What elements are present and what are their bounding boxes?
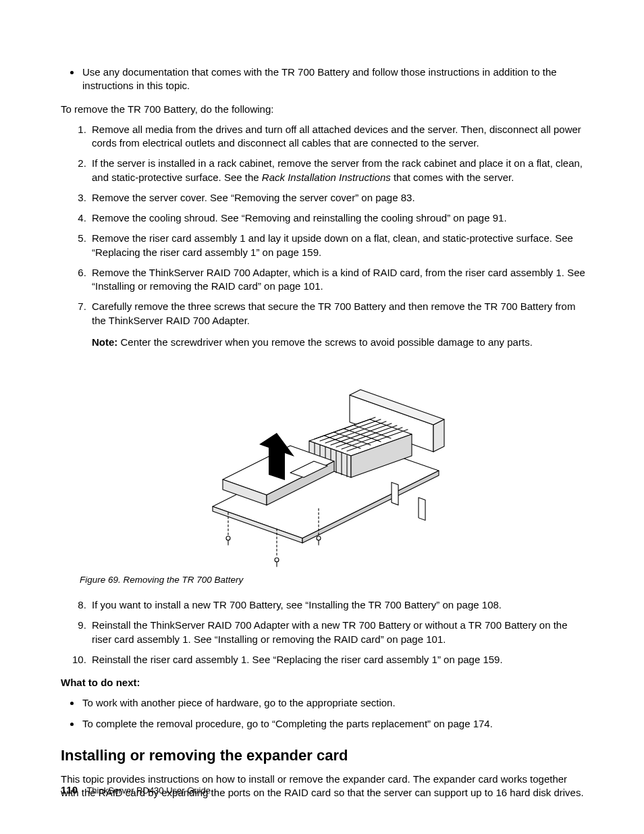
- step-item: Remove the cooling shroud. See “Removing…: [89, 211, 587, 225]
- step-item: Remove the riser card assembly 1 and lay…: [89, 232, 587, 259]
- svg-point-25: [275, 558, 279, 562]
- step-text: Carefully remove the three screws that s…: [92, 301, 575, 325]
- steps-list-b: If you want to install a new TR 700 Batt…: [61, 598, 587, 667]
- page-footer: 110 ThinkServer RD430 User Guide: [61, 783, 211, 797]
- step-item: Carefully remove the three screws that s…: [89, 300, 587, 349]
- svg-point-23: [226, 536, 230, 540]
- step-item: Remove the ThinkServer RAID 700 Adapter,…: [89, 266, 587, 294]
- step-item: Reinstall the ThinkServer RAID 700 Adapt…: [89, 619, 587, 646]
- steps-list-a: Remove all media from the drives and tur…: [61, 123, 587, 349]
- figure-container: [145, 361, 503, 567]
- footer-title: ThinkServer RD430 User Guide: [86, 785, 211, 796]
- what-next-list: To work with another piece of hardware, …: [61, 696, 587, 731]
- svg-point-27: [317, 536, 321, 540]
- step-text-post: that comes with the server.: [391, 172, 514, 183]
- step-item: Reinstall the riser card assembly 1. See…: [89, 653, 587, 667]
- section-heading: Installing or removing the expander card: [61, 746, 587, 766]
- svg-rect-1: [419, 498, 425, 521]
- what-next-heading: What to do next:: [61, 676, 587, 689]
- lead-paragraph: To remove the TR 700 Battery, do the fol…: [61, 103, 587, 116]
- what-next-item: To work with another piece of hardware, …: [81, 696, 587, 710]
- step-text-italic: Rack Installation Instructions: [262, 172, 391, 183]
- diagram-illustration: [189, 361, 459, 567]
- step-item: Remove the server cover. See “Removing t…: [89, 191, 587, 205]
- intro-bullet: Use any documentation that comes with th…: [81, 66, 587, 93]
- page-number: 110: [61, 784, 78, 796]
- note-text: Center the screwdriver when you remove t…: [117, 336, 532, 348]
- svg-rect-0: [392, 482, 398, 505]
- note-label: Note:: [92, 336, 117, 348]
- intro-bullet-list: Use any documentation that comes with th…: [61, 66, 587, 93]
- step-item: Remove all media from the drives and tur…: [89, 123, 587, 151]
- figure-caption: Figure 69. Removing the TR 700 Battery: [80, 574, 587, 586]
- what-next-item: To complete the removal procedure, go to…: [81, 717, 587, 731]
- step-item: If the server is installed in a rack cab…: [89, 157, 587, 184]
- step-item: If you want to install a new TR 700 Batt…: [89, 598, 587, 612]
- step-note: Note: Center the screwdriver when you re…: [92, 336, 587, 349]
